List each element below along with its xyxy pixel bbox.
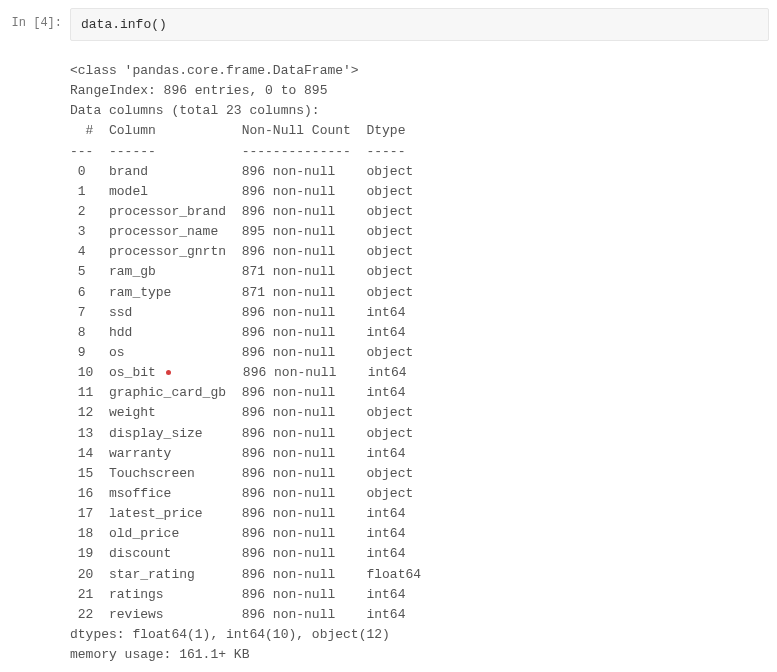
code-text: data.info() — [81, 17, 167, 32]
input-prompt: In [4]: — [8, 8, 70, 41]
info-row: 22 reviews 896 non-null int64 — [70, 607, 405, 622]
code-input[interactable]: data.info() — [70, 8, 769, 41]
info-row: 16 msoffice 896 non-null object — [70, 486, 413, 501]
info-row: 2 processor_brand 896 non-null object — [70, 204, 413, 219]
info-row: 11 graphic_card_gb 896 non-null int64 — [70, 385, 405, 400]
output-prompt — [8, 61, 70, 665]
info-row: 1 model 896 non-null object — [70, 184, 413, 199]
info-row: 15 Touchscreen 896 non-null object — [70, 466, 413, 481]
info-row: 12 weight 896 non-null object — [70, 405, 413, 420]
info-row: 10 os_bit 896 non-null int64 — [70, 365, 407, 380]
info-row: 8 hdd 896 non-null int64 — [70, 325, 405, 340]
info-row: 18 old_price 896 non-null int64 — [70, 526, 405, 541]
info-row: 17 latest_price 896 non-null int64 — [70, 506, 405, 521]
info-row: 20 star_rating 896 non-null float64 — [70, 567, 421, 582]
info-row: 5 ram_gb 871 non-null object — [70, 264, 413, 279]
info-row: 4 processor_gnrtn 896 non-null object — [70, 244, 413, 259]
info-row: 0 brand 896 non-null object — [70, 164, 413, 179]
info-row: 21 ratings 896 non-null int64 — [70, 587, 405, 602]
output-text: <class 'pandas.core.frame.DataFrame'> Ra… — [70, 61, 769, 665]
cursor-dot-icon — [166, 370, 171, 375]
info-row: 14 warranty 896 non-null int64 — [70, 446, 405, 461]
info-row: 19 discount 896 non-null int64 — [70, 546, 405, 561]
info-row: 7 ssd 896 non-null int64 — [70, 305, 405, 320]
info-row: 3 processor_name 895 non-null object — [70, 224, 413, 239]
info-row: 13 display_size 896 non-null object — [70, 426, 413, 441]
input-cell: In [4]: data.info() — [8, 8, 769, 41]
info-row: 9 os 896 non-null object — [70, 345, 413, 360]
output-cell: <class 'pandas.core.frame.DataFrame'> Ra… — [8, 61, 769, 665]
info-row: 6 ram_type 871 non-null object — [70, 285, 413, 300]
